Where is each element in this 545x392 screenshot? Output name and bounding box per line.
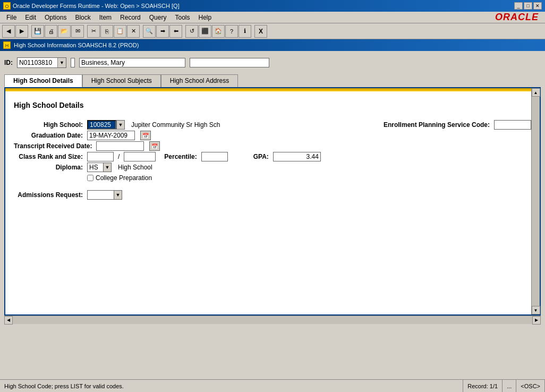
high-school-row: High School: ▼ Jupiter Community Sr High…: [14, 120, 531, 130]
class-rank-label: Class Rank and Size:: [14, 153, 83, 160]
oracle-logo: ORACLE: [495, 12, 543, 23]
toolbar-refresh[interactable]: ↺: [185, 25, 198, 38]
toolbar-cut[interactable]: ✂: [87, 25, 100, 38]
college-prep-text: College Preparation: [96, 174, 152, 182]
id-dropdown-button[interactable]: ▼: [57, 58, 66, 67]
id-field-container: ▼: [17, 57, 66, 68]
extra-field: [190, 58, 269, 67]
tab-high-school-address[interactable]: High School Address: [161, 74, 238, 87]
scroll-up-button[interactable]: ▲: [532, 88, 540, 97]
toolbar-copy[interactable]: ⎘: [100, 25, 113, 38]
toolbar-stop[interactable]: ⬛: [199, 25, 211, 38]
tab-high-school-details[interactable]: High School Details: [4, 74, 82, 87]
diploma-row: Diploma: ▼ High School: [14, 163, 531, 172]
menu-help[interactable]: Help: [194, 13, 216, 22]
graduation-date-calendar-button[interactable]: 📅: [140, 131, 151, 140]
panel-scrollbar: ▲ ▼: [531, 88, 540, 314]
id-input[interactable]: [18, 58, 57, 67]
transcript-date-calendar-button[interactable]: 📅: [149, 141, 160, 151]
form-icon: H: [3, 41, 11, 49]
admissions-group: ▼: [87, 190, 122, 200]
menu-block[interactable]: Block: [71, 13, 95, 22]
transcript-date-label: Transcript Received Date:: [14, 142, 92, 150]
toolbar-close-form[interactable]: X: [254, 25, 267, 38]
college-prep-label[interactable]: College Preparation: [87, 174, 152, 182]
h-scroll-left-button[interactable]: ◀: [4, 316, 13, 325]
menu-record[interactable]: Record: [116, 13, 145, 22]
name-input[interactable]: [79, 58, 185, 67]
status-message: High School Code; press LIST for valid c…: [0, 380, 463, 392]
diploma-dropdown-button[interactable]: ▼: [103, 163, 112, 172]
h-scroll-track[interactable]: [13, 316, 532, 324]
graduation-date-row: Graduation Date: 📅: [14, 131, 531, 140]
gpa-input[interactable]: [273, 152, 321, 161]
toolbar-find-prev[interactable]: ⬅: [169, 25, 182, 38]
gpa-label: GPA:: [253, 153, 269, 160]
college-prep-checkbox[interactable]: [87, 175, 93, 181]
toolbar-find[interactable]: 🔍: [143, 25, 156, 38]
menu-query[interactable]: Query: [145, 13, 171, 22]
toolbar-back[interactable]: ◀: [2, 25, 15, 38]
class-size-input[interactable]: [124, 152, 156, 161]
admissions-dropdown-button[interactable]: ▼: [114, 190, 122, 200]
title-bar: O Oracle Developer Forms Runtime - Web: …: [0, 0, 545, 12]
enrollment-label: Enrollment Planning Service Code:: [384, 121, 490, 129]
toolbar-paste[interactable]: 📋: [114, 25, 126, 38]
high-school-code-input[interactable]: [87, 120, 116, 130]
toolbar-info[interactable]: ℹ: [239, 25, 251, 38]
transcript-date-row: Transcript Received Date: 📅: [14, 141, 531, 151]
toolbar-forward[interactable]: ▶: [15, 25, 28, 38]
diploma-name: High School: [118, 164, 152, 171]
high-school-code-group: ▼: [87, 120, 125, 130]
close-button[interactable]: ✕: [533, 2, 542, 10]
admissions-label: Admissions Request:: [14, 191, 83, 199]
toolbar-print[interactable]: 🖨: [45, 25, 57, 38]
menu-options[interactable]: Options: [40, 13, 71, 22]
id-label: ID:: [4, 59, 13, 66]
enrollment-input[interactable]: [494, 120, 531, 130]
toolbar-home[interactable]: 🏠: [212, 25, 225, 38]
toolbar-delete[interactable]: ✕: [127, 25, 140, 38]
scroll-down-button[interactable]: ▼: [532, 306, 540, 314]
graduation-date-label: Graduation Date:: [14, 132, 83, 139]
high-school-dropdown-button[interactable]: ▼: [116, 120, 125, 130]
toolbar-help[interactable]: ?: [225, 25, 238, 38]
diploma-code-input[interactable]: [87, 163, 103, 172]
menu-edit[interactable]: Edit: [21, 13, 40, 22]
menu-bar: File Edit Options Block Item Record Quer…: [0, 12, 545, 23]
class-rank-input[interactable]: [87, 152, 114, 161]
percentile-label: Percentile:: [164, 153, 197, 160]
percentile-input[interactable]: [201, 152, 228, 161]
slash-separator: /: [118, 153, 120, 160]
transcript-date-input[interactable]: [96, 141, 144, 151]
admissions-row: Admissions Request: ▼: [14, 190, 531, 200]
graduation-date-input[interactable]: [87, 131, 135, 140]
diploma-label: Diploma:: [14, 164, 83, 171]
high-school-label: High School:: [14, 121, 83, 129]
enrollment-section: Enrollment Planning Service Code:: [384, 120, 531, 130]
status-osc: <OSC>: [516, 380, 545, 392]
form-title-bar: H High School Information SOAHSCH 8.2 (P…: [0, 39, 545, 51]
status-bar: High School Code; press LIST for valid c…: [0, 379, 545, 392]
college-prep-row: College Preparation: [14, 174, 531, 182]
minimize-button[interactable]: _: [514, 2, 523, 10]
toolbar-save[interactable]: 💾: [31, 25, 44, 38]
admissions-input[interactable]: [87, 190, 114, 200]
toolbar-mail[interactable]: ✉: [71, 25, 84, 38]
high-school-name: Jupiter Community Sr High Sch: [131, 121, 220, 129]
panel-title: High School Details: [14, 101, 531, 109]
scroll-track[interactable]: [532, 97, 540, 306]
menu-item[interactable]: Item: [95, 13, 116, 22]
menu-file[interactable]: File: [2, 13, 21, 22]
tab-high-school-subjects[interactable]: High School Subjects: [82, 74, 161, 87]
tabs-container: High School Details High School Subjects…: [4, 74, 541, 87]
menu-tools[interactable]: Tools: [171, 13, 194, 22]
toolbar-open[interactable]: 📂: [58, 25, 71, 38]
id-row: ID: ▼: [4, 57, 541, 68]
toolbar: ◀ ▶ 💾 🖨 📂 ✉ ✂ ⎘ 📋 ✕ 🔍 ➡ ⬅ ↺ ⬛ 🏠 ? ℹ X: [0, 23, 545, 39]
toolbar-find-next[interactable]: ➡: [156, 25, 169, 38]
h-scroll-right-button[interactable]: ▶: [532, 316, 541, 325]
window-title: Oracle Developer Forms Runtime - Web: Op…: [13, 3, 180, 9]
details-panel: High School Details High School: ▼ Jupit…: [4, 87, 541, 316]
maximize-button[interactable]: □: [524, 2, 532, 10]
